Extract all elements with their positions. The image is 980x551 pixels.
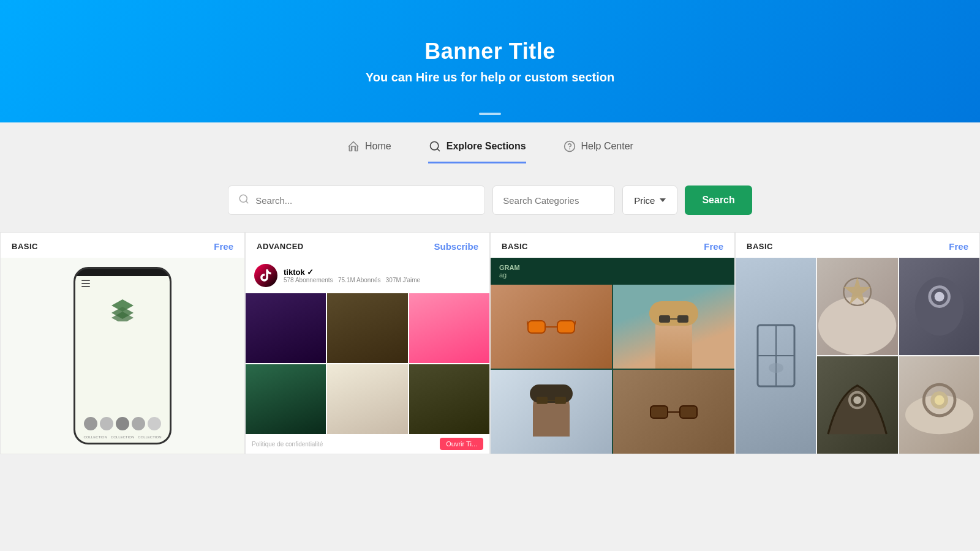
tiktok-grid: [246, 293, 489, 434]
tiktok-cell-4: [246, 364, 326, 434]
sg-cell-orange: [491, 285, 612, 369]
nav-label-help: Help Center: [581, 141, 633, 152]
card-2-image: tiktok ✓ 578 Abonnements 75.1M Abonnés 3…: [246, 258, 489, 454]
necklace-svg: [817, 258, 897, 355]
card-2-price: Subscribe: [434, 241, 478, 252]
search-button[interactable]: Search: [685, 186, 752, 215]
sunglasses-grid: [491, 285, 734, 454]
banner-divider: [479, 113, 501, 115]
banner-ag-text: ag: [499, 271, 726, 279]
search-main-container: [228, 186, 485, 215]
card-4-price: Free: [949, 241, 968, 252]
card-4-tag: BASIC: [747, 242, 773, 251]
tiktok-stats: 578 Abonnements 75.1M Abonnés 307M J'aim…: [284, 277, 481, 283]
ring-svg: [899, 258, 979, 355]
phone-mockup: COLLECTIONCOLLECTIONCOLLECTION: [74, 267, 172, 444]
card-4-image: [736, 258, 979, 454]
card-2-tag: ADVANCED: [257, 242, 304, 251]
sg-cell-man: [491, 370, 612, 454]
price-button-label: Price: [634, 195, 655, 206]
card-1-price: Free: [214, 241, 233, 252]
categories-input[interactable]: [492, 186, 615, 215]
phone-collection-circles: [84, 417, 161, 433]
svg-rect-18: [555, 397, 566, 404]
svg-line-13: [575, 321, 576, 326]
card-3-header: BASIC Free: [491, 233, 734, 258]
tiktok-open-btn[interactable]: Ouvrir Ti...: [440, 438, 483, 450]
jewelry-cell-hand-ring: [817, 356, 897, 454]
tiktok-info: tiktok ✓ 578 Abonnements 75.1M Abonnés 3…: [284, 268, 481, 283]
nav-label-explore: Explore Sections: [447, 141, 526, 152]
svg-rect-20: [650, 406, 668, 418]
card3-top-banner: GRAM ag: [491, 258, 734, 285]
window-icon: [752, 319, 801, 392]
sg-cell-lady: [613, 285, 734, 369]
jewelry-cell-window: [736, 258, 816, 454]
nav-label-home: Home: [365, 141, 391, 152]
tiktok-name: tiktok ✓: [284, 268, 481, 277]
tiktok-cell-2: [327, 293, 407, 363]
jewelry-cell-ring-bottom: [899, 356, 979, 454]
tiktok-footer: Politique de confidentialité Ouvrir Ti..…: [246, 434, 489, 454]
svg-point-38: [934, 395, 944, 405]
explore-search-icon: [428, 140, 442, 153]
card-3-tag: BASIC: [502, 242, 528, 251]
svg-rect-9: [528, 321, 545, 333]
lady-glasses: [658, 315, 689, 323]
tiktok-header: tiktok ✓ 578 Abonnements 75.1M Abonnés 3…: [246, 258, 489, 293]
card-1-header: BASIC Free: [1, 233, 244, 258]
card-3-image: GRAM ag: [491, 258, 734, 454]
card-2[interactable]: ADVANCED Subscribe tiktok ✓ 578 Abonneme…: [245, 232, 490, 454]
search-main-icon: [238, 193, 249, 207]
brown-glasses-svg: [649, 403, 698, 421]
jewelry-cell-ring-top: [899, 258, 979, 355]
card-4-header: BASIC Free: [736, 233, 979, 258]
tiktok-cell-1: [246, 293, 326, 363]
help-icon: [563, 140, 576, 153]
card-4[interactable]: BASIC Free: [735, 232, 980, 454]
card-3-price: Free: [704, 241, 723, 252]
card-2-header: ADVANCED Subscribe: [246, 233, 489, 258]
sg-cell-brown: [613, 370, 734, 454]
svg-line-12: [527, 321, 528, 326]
search-input[interactable]: [255, 195, 475, 206]
tiktok-cell-6: [409, 364, 489, 434]
svg-point-32: [934, 292, 944, 302]
hamburger-icon: [81, 280, 90, 287]
tiktok-footer-text: Politique de confidentialité: [252, 441, 323, 448]
jewelry-cell-necklace: [817, 258, 897, 355]
svg-point-26: [769, 363, 783, 373]
banner-title: Banner Title: [424, 39, 555, 64]
banner-gram-text: GRAM: [499, 264, 726, 271]
banner-subtitle: You can Hire us for help or custom secti…: [366, 70, 614, 84]
home-icon: [347, 140, 360, 153]
card-1-image: COLLECTIONCOLLECTIONCOLLECTION: [1, 258, 244, 454]
nav-item-help[interactable]: Help Center: [563, 140, 633, 163]
ring-closeup-svg: [899, 356, 979, 454]
phone-screen: COLLECTIONCOLLECTIONCOLLECTION: [75, 276, 170, 443]
card-3[interactable]: BASIC Free GRAM ag: [490, 232, 735, 454]
stack-logo: [110, 299, 135, 321]
tiktok-cell-3: [409, 293, 489, 363]
chevron-down-icon: [660, 198, 666, 202]
nav-item-home[interactable]: Home: [347, 140, 391, 163]
tiktok-cell-5: [327, 364, 407, 434]
banner-section: Banner Title You can Hire us for help or…: [0, 0, 980, 122]
lady-bg: [613, 285, 734, 369]
svg-rect-15: [677, 315, 688, 323]
svg-rect-17: [537, 397, 548, 404]
cards-grid: BASIC Free: [0, 232, 980, 454]
svg-rect-21: [680, 406, 697, 418]
hand-ring-svg: [817, 356, 897, 454]
man-glasses: [536, 396, 567, 405]
svg-line-5: [246, 201, 248, 203]
search-button-label: Search: [702, 195, 734, 205]
card-1[interactable]: BASIC Free: [0, 232, 245, 454]
orange-glasses-svg: [527, 318, 576, 335]
svg-rect-10: [557, 321, 575, 333]
svg-line-1: [437, 149, 440, 151]
svg-point-34: [854, 396, 862, 404]
nav-item-explore[interactable]: Explore Sections: [428, 140, 526, 163]
card-1-tag: BASIC: [12, 242, 38, 251]
price-button[interactable]: Price: [622, 186, 677, 215]
